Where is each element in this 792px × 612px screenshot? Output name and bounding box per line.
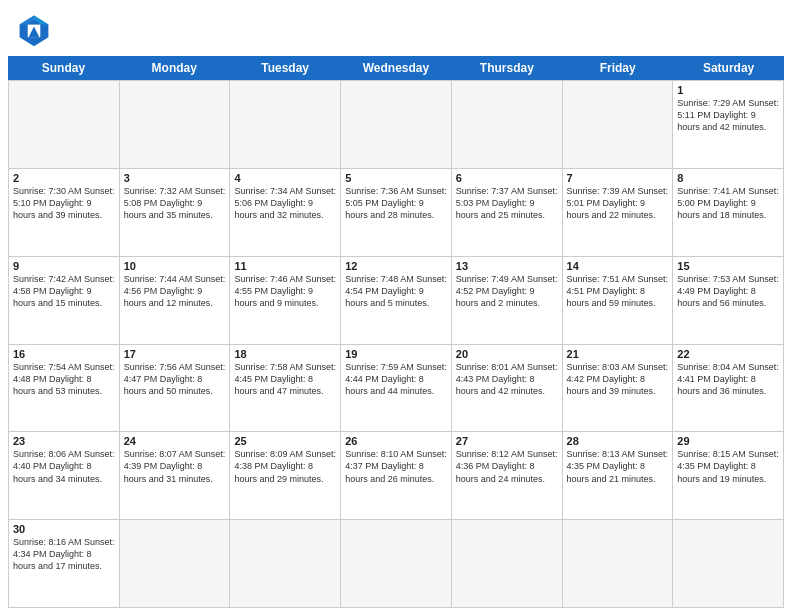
sun-info: Sunrise: 7:44 AM Sunset: 4:56 PM Dayligh…: [124, 273, 226, 309]
day-number: 8: [677, 172, 779, 184]
day-number: 29: [677, 435, 779, 447]
logo: [16, 12, 58, 48]
day-number: 23: [13, 435, 115, 447]
calendar-empty-cell: [341, 520, 452, 608]
sun-info: Sunrise: 7:42 AM Sunset: 4:58 PM Dayligh…: [13, 273, 115, 309]
calendar-empty-cell: [120, 81, 231, 169]
day-number: 26: [345, 435, 447, 447]
day-number: 16: [13, 348, 115, 360]
sun-info: Sunrise: 7:56 AM Sunset: 4:47 PM Dayligh…: [124, 361, 226, 397]
calendar-grid: 1Sunrise: 7:29 AM Sunset: 5:11 PM Daylig…: [8, 80, 784, 608]
sun-info: Sunrise: 8:16 AM Sunset: 4:34 PM Dayligh…: [13, 536, 115, 572]
day-number: 27: [456, 435, 558, 447]
calendar-day-23: 23Sunrise: 8:06 AM Sunset: 4:40 PM Dayli…: [9, 432, 120, 520]
day-number: 25: [234, 435, 336, 447]
sun-info: Sunrise: 8:03 AM Sunset: 4:42 PM Dayligh…: [567, 361, 669, 397]
sun-info: Sunrise: 8:07 AM Sunset: 4:39 PM Dayligh…: [124, 448, 226, 484]
day-number: 19: [345, 348, 447, 360]
sun-info: Sunrise: 7:30 AM Sunset: 5:10 PM Dayligh…: [13, 185, 115, 221]
sun-info: Sunrise: 7:58 AM Sunset: 4:45 PM Dayligh…: [234, 361, 336, 397]
page: SundayMondayTuesdayWednesdayThursdayFrid…: [0, 0, 792, 612]
sun-info: Sunrise: 8:06 AM Sunset: 4:40 PM Dayligh…: [13, 448, 115, 484]
sun-info: Sunrise: 8:04 AM Sunset: 4:41 PM Dayligh…: [677, 361, 779, 397]
calendar-empty-cell: [9, 81, 120, 169]
day-number: 4: [234, 172, 336, 184]
calendar-day-22: 22Sunrise: 8:04 AM Sunset: 4:41 PM Dayli…: [673, 345, 784, 433]
calendar-day-6: 6Sunrise: 7:37 AM Sunset: 5:03 PM Daylig…: [452, 169, 563, 257]
calendar-day-26: 26Sunrise: 8:10 AM Sunset: 4:37 PM Dayli…: [341, 432, 452, 520]
weekday-header: Monday: [119, 56, 230, 80]
calendar-day-15: 15Sunrise: 7:53 AM Sunset: 4:49 PM Dayli…: [673, 257, 784, 345]
header: [0, 0, 792, 56]
sun-info: Sunrise: 7:54 AM Sunset: 4:48 PM Dayligh…: [13, 361, 115, 397]
weekday-header: Friday: [562, 56, 673, 80]
calendar-day-24: 24Sunrise: 8:07 AM Sunset: 4:39 PM Dayli…: [120, 432, 231, 520]
day-number: 14: [567, 260, 669, 272]
calendar-day-12: 12Sunrise: 7:48 AM Sunset: 4:54 PM Dayli…: [341, 257, 452, 345]
day-number: 3: [124, 172, 226, 184]
day-number: 10: [124, 260, 226, 272]
calendar-day-7: 7Sunrise: 7:39 AM Sunset: 5:01 PM Daylig…: [563, 169, 674, 257]
logo-icon: [16, 12, 52, 48]
day-number: 5: [345, 172, 447, 184]
day-number: 11: [234, 260, 336, 272]
day-number: 15: [677, 260, 779, 272]
calendar-day-4: 4Sunrise: 7:34 AM Sunset: 5:06 PM Daylig…: [230, 169, 341, 257]
calendar-day-21: 21Sunrise: 8:03 AM Sunset: 4:42 PM Dayli…: [563, 345, 674, 433]
calendar-day-25: 25Sunrise: 8:09 AM Sunset: 4:38 PM Dayli…: [230, 432, 341, 520]
sun-info: Sunrise: 8:01 AM Sunset: 4:43 PM Dayligh…: [456, 361, 558, 397]
day-number: 17: [124, 348, 226, 360]
calendar-day-28: 28Sunrise: 8:13 AM Sunset: 4:35 PM Dayli…: [563, 432, 674, 520]
day-number: 24: [124, 435, 226, 447]
day-number: 13: [456, 260, 558, 272]
sun-info: Sunrise: 7:37 AM Sunset: 5:03 PM Dayligh…: [456, 185, 558, 221]
sun-info: Sunrise: 7:29 AM Sunset: 5:11 PM Dayligh…: [677, 97, 779, 133]
sun-info: Sunrise: 8:12 AM Sunset: 4:36 PM Dayligh…: [456, 448, 558, 484]
sun-info: Sunrise: 7:34 AM Sunset: 5:06 PM Dayligh…: [234, 185, 336, 221]
calendar-day-16: 16Sunrise: 7:54 AM Sunset: 4:48 PM Dayli…: [9, 345, 120, 433]
calendar-empty-cell: [230, 81, 341, 169]
day-number: 22: [677, 348, 779, 360]
calendar-day-2: 2Sunrise: 7:30 AM Sunset: 5:10 PM Daylig…: [9, 169, 120, 257]
calendar-day-30: 30Sunrise: 8:16 AM Sunset: 4:34 PM Dayli…: [9, 520, 120, 608]
sun-info: Sunrise: 7:51 AM Sunset: 4:51 PM Dayligh…: [567, 273, 669, 309]
sun-info: Sunrise: 7:46 AM Sunset: 4:55 PM Dayligh…: [234, 273, 336, 309]
day-number: 18: [234, 348, 336, 360]
calendar-day-9: 9Sunrise: 7:42 AM Sunset: 4:58 PM Daylig…: [9, 257, 120, 345]
sun-info: Sunrise: 7:39 AM Sunset: 5:01 PM Dayligh…: [567, 185, 669, 221]
calendar-empty-cell: [452, 520, 563, 608]
weekday-header: Wednesday: [341, 56, 452, 80]
weekday-header: Sunday: [8, 56, 119, 80]
weekday-header: Saturday: [673, 56, 784, 80]
calendar-day-10: 10Sunrise: 7:44 AM Sunset: 4:56 PM Dayli…: [120, 257, 231, 345]
weekday-header: Tuesday: [230, 56, 341, 80]
calendar-empty-cell: [230, 520, 341, 608]
calendar-header: SundayMondayTuesdayWednesdayThursdayFrid…: [8, 56, 784, 80]
calendar-empty-cell: [563, 520, 674, 608]
calendar-day-14: 14Sunrise: 7:51 AM Sunset: 4:51 PM Dayli…: [563, 257, 674, 345]
sun-info: Sunrise: 7:36 AM Sunset: 5:05 PM Dayligh…: [345, 185, 447, 221]
sun-info: Sunrise: 8:10 AM Sunset: 4:37 PM Dayligh…: [345, 448, 447, 484]
calendar-day-13: 13Sunrise: 7:49 AM Sunset: 4:52 PM Dayli…: [452, 257, 563, 345]
sun-info: Sunrise: 7:41 AM Sunset: 5:00 PM Dayligh…: [677, 185, 779, 221]
day-number: 7: [567, 172, 669, 184]
sun-info: Sunrise: 7:49 AM Sunset: 4:52 PM Dayligh…: [456, 273, 558, 309]
day-number: 9: [13, 260, 115, 272]
calendar-empty-cell: [120, 520, 231, 608]
sun-info: Sunrise: 7:48 AM Sunset: 4:54 PM Dayligh…: [345, 273, 447, 309]
day-number: 12: [345, 260, 447, 272]
day-number: 28: [567, 435, 669, 447]
calendar-day-29: 29Sunrise: 8:15 AM Sunset: 4:35 PM Dayli…: [673, 432, 784, 520]
calendar-day-3: 3Sunrise: 7:32 AM Sunset: 5:08 PM Daylig…: [120, 169, 231, 257]
calendar-day-17: 17Sunrise: 7:56 AM Sunset: 4:47 PM Dayli…: [120, 345, 231, 433]
sun-info: Sunrise: 8:13 AM Sunset: 4:35 PM Dayligh…: [567, 448, 669, 484]
calendar-empty-cell: [673, 520, 784, 608]
day-number: 21: [567, 348, 669, 360]
calendar-day-20: 20Sunrise: 8:01 AM Sunset: 4:43 PM Dayli…: [452, 345, 563, 433]
calendar-empty-cell: [563, 81, 674, 169]
day-number: 20: [456, 348, 558, 360]
day-number: 2: [13, 172, 115, 184]
calendar-day-8: 8Sunrise: 7:41 AM Sunset: 5:00 PM Daylig…: [673, 169, 784, 257]
calendar-day-27: 27Sunrise: 8:12 AM Sunset: 4:36 PM Dayli…: [452, 432, 563, 520]
sun-info: Sunrise: 8:09 AM Sunset: 4:38 PM Dayligh…: [234, 448, 336, 484]
